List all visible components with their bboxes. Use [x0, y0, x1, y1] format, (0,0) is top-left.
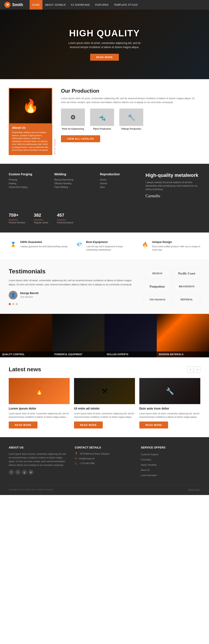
footer-link-inquiry[interactable]: Inquiry Handling [141, 462, 200, 466]
feature-equipment-title: Best Equipment [86, 240, 134, 244]
brand-name-minimal: MINIMAL [180, 298, 193, 301]
footer-services-title: Service offers [141, 446, 200, 449]
product-label-engineering: Parts for Engineering [61, 128, 85, 130]
phone-text: +718-446-2986 [80, 462, 94, 464]
service-welding-list: Manual Hammering Diffusion Bonding Flash… [54, 178, 100, 188]
social-linkedin[interactable]: in [28, 470, 34, 475]
guarantee-icon: 🏅 [9, 240, 18, 249]
production-title: Our Production [61, 88, 200, 94]
brand-minimal: MINIMAL [173, 294, 200, 305]
hero-cta-button[interactable]: READ MORE [90, 54, 119, 61]
testimonial-text: Lorem ipsum dolor sit amet, consectetur … [9, 278, 135, 286]
author-info: George Barrett Club Member [20, 292, 39, 298]
brand-pompadour: Pompadour [144, 281, 171, 292]
logo-icon: ⚒ [4, 2, 11, 8]
service-forging-list: Pressing Heating Closed Die Forging [9, 178, 54, 188]
portfolio-bg-1 [0, 314, 52, 357]
dot-2[interactable] [12, 303, 14, 305]
portfolio-experts[interactable]: Skilled Experts [105, 314, 157, 357]
news-card-0: 🔥 Lorem ipsum dolor Lorem ipsum dolor si… [9, 378, 70, 428]
about-text-box: About Us Suspendisse tristique urna nec … [9, 123, 52, 154]
social-twitter[interactable]: t [15, 470, 21, 475]
footer-link-consulting[interactable]: Consulting [141, 458, 200, 461]
footer-col-services: Service offers Customer Support Consulti… [141, 446, 200, 478]
portfolio-bg-3 [105, 314, 157, 357]
news-text-0: Lorem ipsum dolor sit amet, consectetur … [9, 412, 70, 419]
read-more-side-label[interactable]: READ MORE [54, 138, 56, 154]
nav-item-template[interactable]: TEMPLATE STYLES [111, 0, 140, 10]
feature-design-title: Unique Design [152, 240, 200, 244]
about-left-col: 🔥 About Us Suspendisse tristique urna ne… [9, 88, 52, 155]
author-role: Club Member [20, 296, 33, 298]
portfolio-label-1: Quality Control [0, 352, 52, 357]
footer-link-about[interactable]: About Us [141, 468, 200, 472]
list-item: Manual Hammering [54, 178, 100, 181]
quote-text: I always maintain the proud traditions o… [146, 181, 200, 191]
brand-name-design: DESIGN [152, 272, 162, 275]
news-nav-arrows: ‹ › [187, 366, 200, 372]
news-readmore-2[interactable]: READ MORE [139, 422, 168, 428]
footer-col-contact: Contact details 📍 4578 Marmora Road, Gla… [75, 446, 134, 478]
about-production-section: 🔥 About Us Suspendisse tristique urna ne… [0, 79, 209, 164]
portfolio-materials[interactable]: Modern Materials [157, 314, 209, 357]
privacy-link[interactable]: Privacy Policy [188, 488, 200, 491]
about-box-text: Suspendisse tristique urna nec tristique… [12, 131, 49, 152]
news-prev-button[interactable]: ‹ [187, 366, 193, 372]
nav-item-features[interactable]: FEATURES [93, 0, 111, 10]
nav-item-k2[interactable]: K2 SHOWCASE [69, 0, 93, 10]
news-readmore-1[interactable]: READ MORE [74, 422, 103, 428]
footer-link-lead[interactable]: Lead Generation [141, 473, 200, 477]
portfolio-label-4: Modern Materials [157, 352, 209, 357]
footer-col-about: About us Lorem ipsum dolor sit amet, con… [9, 446, 68, 478]
footer-contact-title: Contact details [75, 446, 134, 449]
stat-divider [34, 220, 43, 220]
stat-number-projects: 457 [57, 207, 74, 218]
list-item: Pressing [9, 178, 54, 181]
latest-news-section: Latest news ‹ › 🔥 Lorem ipsum dolor Lore… [0, 357, 209, 437]
nav-item-home[interactable]: HOME [30, 0, 43, 10]
nav-item-about[interactable]: ABOUT JOOMLA! [43, 0, 69, 10]
copyright-text: Copyright © 2015 VTEB Temp. All Rights R… [9, 488, 54, 491]
service-col-welding: Welding Manual Hammering Diffusion Bondi… [54, 172, 100, 198]
news-title: Latest news [9, 366, 41, 373]
social-facebook[interactable]: f [9, 470, 14, 475]
portfolio-quality[interactable]: Quality Control [0, 314, 52, 357]
stat-number-clients: 382 [34, 207, 48, 218]
stat-number-reviews: 759+ [9, 207, 25, 218]
stat-divider [57, 220, 66, 220]
news-image-2: 🔧 [139, 378, 200, 404]
social-icons-row: f t g in [9, 470, 68, 475]
stat-projects: 457 Finished projects [57, 207, 74, 224]
news-text-2: Lorem ipsum dolor sit amet, consectetur … [139, 412, 200, 419]
equipment-icon: 💎 [75, 240, 83, 249]
portfolio-equipment[interactable]: Powerful Equipment [52, 314, 105, 357]
product-label-pipes: Pipes Production [90, 128, 114, 130]
logo[interactable]: ⚒ Smith [4, 2, 23, 8]
news-grid: 🔥 Lorem ipsum dolor Lorem ipsum dolor si… [9, 378, 200, 428]
dot-1[interactable] [9, 303, 11, 305]
portfolio-bg-2 [52, 314, 105, 357]
news-next-button[interactable]: › [194, 366, 200, 372]
product-image-fittings: 🔧 [119, 108, 143, 126]
footer-bottom: Copyright © 2015 VTEB Temp. All Rights R… [9, 485, 200, 491]
news-image-1: ⚒ [74, 378, 135, 404]
footer-link-support[interactable]: Customer Support [141, 452, 200, 456]
product-image-engineering: ⚙ [61, 108, 85, 126]
about-image-wrapper: 🔥 About Us Suspendisse tristique urna ne… [9, 88, 52, 155]
production-right-col: Our Production Lorem ipsum dolor sit ame… [61, 88, 200, 155]
social-google[interactable]: g [22, 470, 27, 475]
hero-section: HIGH QUALITY Lorem ipsum dolor sit amet,… [0, 10, 209, 79]
hero-subtitle: Lorem ipsum dolor sit amet, consectetur … [65, 41, 144, 49]
feature-equipment: 💎 Best Equipment I use the top-notch equ… [75, 240, 134, 252]
portfolio-label-2: Powerful Equipment [52, 352, 105, 357]
service-col-reproduction: Reproduction Knives Swords Axes [100, 172, 146, 198]
brand-pacific: Pacific Coast [173, 268, 200, 279]
dot-3[interactable] [16, 303, 18, 305]
news-readmore-0[interactable]: READ MORE [9, 422, 38, 428]
news-text-1: Lorem ipsum dolor sit amet, consectetur … [74, 412, 135, 419]
footer-about-text: Lorem ipsum dolor sit amet, consectetur … [9, 452, 68, 467]
logo-text: Smith [12, 2, 23, 7]
catalog-button[interactable]: VIEW ALL CATALOG [61, 135, 100, 142]
author-name: George Barrett [20, 292, 39, 295]
stats-row: 759+ Positive Reviews 382 Regular client… [9, 207, 200, 224]
